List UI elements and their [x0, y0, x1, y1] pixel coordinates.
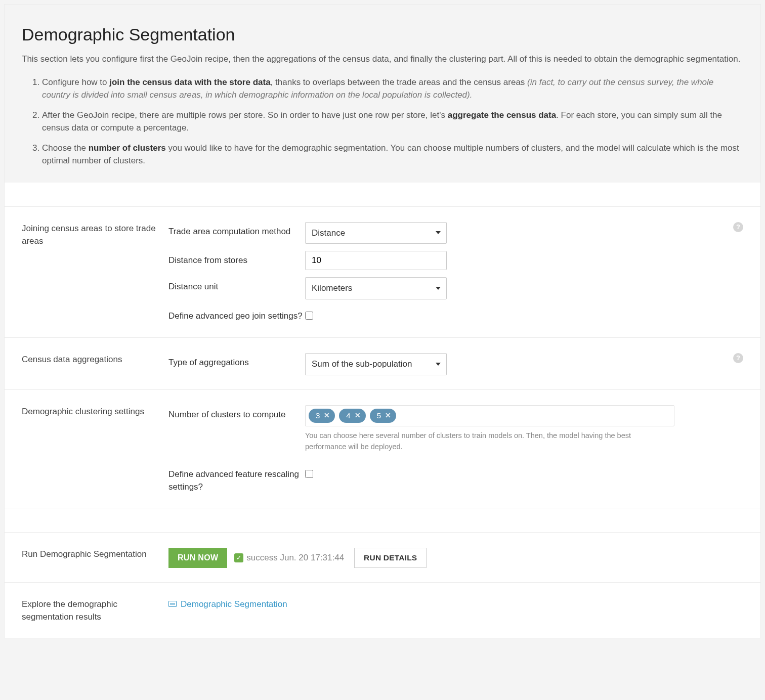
- close-icon[interactable]: ✕: [385, 410, 391, 421]
- tags-input-clusters[interactable]: 3✕ 4✕ 5✕: [305, 405, 674, 427]
- label-distance-unit: Distance unit: [168, 277, 305, 293]
- dashboard-icon: [168, 601, 177, 607]
- spacer: [5, 508, 760, 533]
- step-3: Choose the number of clusters you would …: [42, 142, 743, 167]
- section-clustering: Demographic clustering settings Number o…: [5, 390, 760, 508]
- close-icon[interactable]: ✕: [355, 410, 361, 421]
- run-now-button[interactable]: RUN NOW: [168, 548, 227, 568]
- chevron-down-icon: [436, 231, 441, 234]
- spacer: [5, 183, 760, 207]
- section-label-clustering: Demographic clustering settings: [22, 405, 168, 494]
- select-aggregation-type[interactable]: Sum of the sub-population: [305, 353, 447, 375]
- cluster-tag: 4✕: [339, 409, 365, 423]
- run-status: ✓ success Jun. 20 17:31:44: [234, 551, 344, 564]
- cluster-tag: 3✕: [309, 409, 335, 423]
- section-label-joining: Joining census areas to store trade area…: [22, 222, 168, 324]
- label-trade-area-method: Trade area computation method: [168, 222, 305, 238]
- page-subtitle: This section lets you configure first th…: [22, 53, 743, 66]
- section-label-aggregations: Census data aggregations: [22, 353, 168, 375]
- section-label-run: Run Demographic Segmentation: [22, 548, 168, 568]
- select-trade-area-method[interactable]: Distance: [305, 222, 447, 244]
- chevron-down-icon: [436, 363, 441, 366]
- cluster-tag: 5✕: [370, 409, 396, 423]
- section-label-explore: Explore the demographic segmentation res…: [22, 598, 168, 624]
- label-distance-from-stores: Distance from stores: [168, 251, 305, 267]
- label-aggregation-type: Type of aggregations: [168, 353, 305, 369]
- input-distance-from-stores[interactable]: [305, 251, 447, 270]
- section-run: Run Demographic Segmentation RUN NOW ✓ s…: [5, 533, 760, 583]
- run-details-button[interactable]: RUN DETAILS: [354, 548, 427, 568]
- label-advanced-geo-join: Define advanced geo join settings?: [168, 307, 305, 323]
- steps-list: Configure how to join the census data wi…: [22, 76, 743, 167]
- close-icon[interactable]: ✕: [324, 410, 330, 421]
- header-block: Demographic Segmentation This section le…: [4, 4, 761, 183]
- clusters-hint: You can choose here several number of cl…: [305, 430, 669, 453]
- label-number-of-clusters: Number of clusters to compute: [168, 405, 305, 421]
- explore-results-link[interactable]: Demographic Segmentation: [168, 598, 287, 611]
- section-aggregations: Census data aggregations ? Type of aggre…: [5, 338, 760, 390]
- checkbox-advanced-geo-join[interactable]: [305, 312, 313, 320]
- section-joining: Joining census areas to store trade area…: [5, 207, 760, 338]
- select-distance-unit[interactable]: Kilometers: [305, 277, 447, 299]
- checkbox-advanced-rescaling[interactable]: [305, 470, 313, 478]
- help-icon[interactable]: ?: [733, 222, 743, 232]
- step-2: After the GeoJoin recipe, there are mult…: [42, 109, 743, 135]
- section-explore: Explore the demographic segmentation res…: [5, 583, 760, 638]
- chevron-down-icon: [436, 287, 441, 290]
- label-advanced-rescaling: Define advanced feature rescaling settin…: [168, 465, 305, 494]
- page-title: Demographic Segmentation: [22, 22, 743, 48]
- check-icon: ✓: [234, 553, 243, 562]
- step-1: Configure how to join the census data wi…: [42, 76, 743, 102]
- help-icon[interactable]: ?: [733, 353, 743, 363]
